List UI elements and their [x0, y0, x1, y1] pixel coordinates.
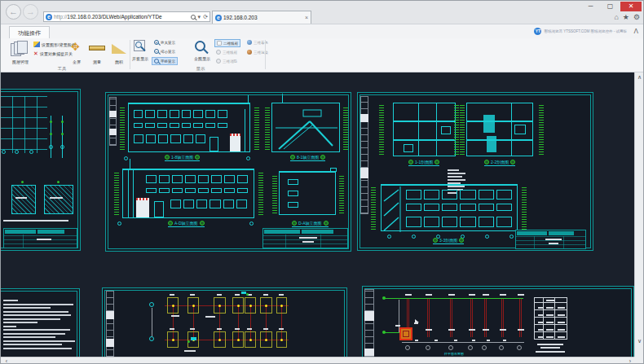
layer-manage-button[interactable]: 图层管理 — [4, 59, 37, 64]
vertical-scrollbar[interactable]: ∧ ∨ — [634, 72, 643, 357]
set-bg-color-button[interactable]: 设置图形/背景颜色 — [33, 42, 75, 47]
yt-logo: YT — [534, 28, 541, 35]
hidden-3d-label: 三维消隐 — [223, 59, 237, 64]
axis-bubble — [448, 345, 453, 350]
scrollbar-corner — [634, 357, 643, 364]
axis-bubble — [249, 221, 254, 226]
ribbon: 图层管理 设置图形/背景颜色 ✕ 设置对象捕捉开关 ✥ 全屏 测量 面积 工具 … — [1, 38, 643, 72]
close-button[interactable]: ✕ — [620, 2, 642, 11]
section-2 — [466, 103, 533, 156]
sheet-index-strip — [364, 289, 374, 357]
tab-close-icon[interactable]: × — [305, 15, 308, 20]
measure-button[interactable]: 测量 — [85, 59, 109, 64]
wireframe-3d-icon — [216, 50, 221, 55]
dim-stack — [539, 104, 544, 155]
zoom-out-label: 缩小显示 — [161, 50, 175, 54]
zoom-out-icon: − — [154, 49, 159, 54]
minimize-button[interactable]: ─ — [582, 2, 599, 11]
horizontal-scrollbar[interactable]: ‹ › — [1, 357, 636, 364]
home-icon[interactable]: ⌂ — [614, 12, 618, 22]
section-1 — [393, 103, 456, 156]
style-3d-hidden[interactable]: 三维消隐 — [214, 58, 239, 64]
render-3d-icon — [247, 50, 252, 55]
pile-cap — [232, 331, 244, 348]
scroll-right-icon[interactable]: › — [626, 357, 634, 364]
selected-mark — [187, 340, 190, 343]
column-line — [484, 299, 487, 337]
axis-bubble — [149, 336, 154, 341]
index-cell — [106, 311, 114, 319]
opening — [404, 144, 413, 152]
scroll-up-icon[interactable]: ∧ — [635, 73, 644, 81]
opening — [514, 125, 526, 134]
roof-mast — [282, 94, 283, 103]
stair-strip-line — [128, 170, 129, 218]
zoom-extents-button[interactable]: 全图显示 — [188, 56, 216, 61]
zoom-in-button[interactable]: + 放大显示 — [152, 39, 177, 46]
sheet-elevations: 1-8轴立面图 8-1轴立面图 — [105, 92, 351, 252]
column-line — [470, 299, 473, 337]
caption-elevation-2: 8-1轴立面图 — [290, 155, 325, 161]
ribbon-tab-function[interactable]: 功能操作 — [9, 26, 50, 39]
tools-group-label: 工具 — [33, 66, 90, 72]
roof-mast — [130, 159, 130, 170]
section-3 — [381, 184, 518, 231]
stair-core-fill — [483, 115, 495, 133]
browser-tab[interactable]: e 192.168.0.203 × — [212, 11, 311, 24]
column-line — [450, 299, 452, 337]
floor-slab — [467, 139, 532, 141]
scroll-left-icon[interactable]: ‹ — [2, 357, 11, 364]
dim-stack — [339, 174, 344, 213]
style-3d-render[interactable]: 三维渲染 — [245, 49, 270, 55]
dim-stack — [460, 104, 465, 155]
north-arrow — [415, 319, 419, 322]
scroll-down-icon[interactable]: ∨ — [635, 337, 644, 345]
settings-gear-icon[interactable]: ⚙ — [633, 12, 640, 22]
axis-bubble — [426, 345, 430, 350]
favorites-star-icon[interactable]: ★ — [623, 12, 629, 22]
window-zoom-button[interactable]: 开窗显示 — [128, 56, 152, 61]
search-icon[interactable] — [191, 15, 196, 20]
pile-cap — [276, 331, 287, 348]
elevation-1 — [128, 103, 250, 152]
pile-cap — [276, 297, 287, 314]
style-2d-wireframe[interactable]: 二维线框 — [214, 39, 240, 47]
ribbon-collapse-icon[interactable]: ᐱ — [634, 28, 638, 35]
dim-stack — [343, 106, 348, 150]
dim-stack — [371, 187, 376, 230]
zoom-extents-icon — [195, 41, 205, 51]
index-cell — [106, 339, 114, 347]
dim-mark — [21, 181, 24, 183]
trial-text: 图纸浏览器 YTSSOFT.COM 图纸浏览控件 - 试用版 — [544, 29, 627, 33]
parapet-detail — [330, 168, 337, 172]
caret-down-icon[interactable]: ▾ — [198, 14, 201, 20]
address-bar[interactable]: e http:// 192.168.0.203/DLWeb/Applicatio… — [43, 11, 210, 22]
title-bar: ← → e http:// 192.168.0.203/DLWeb/Applic… — [1, 1, 643, 24]
caption-section-1: 1-1剖面图 — [408, 160, 439, 166]
pile-cap — [260, 331, 272, 348]
shaded-3d-icon — [247, 40, 252, 45]
axis-bubble — [499, 345, 504, 350]
dim-line — [152, 308, 152, 336]
fullscreen-icon: ✥ — [71, 42, 80, 53]
dim-stack — [272, 174, 277, 213]
index-cell — [360, 168, 368, 178]
style-3d-wireframe[interactable]: 三维线框 — [214, 49, 239, 55]
pan-button[interactable]: 平移显示 — [152, 57, 178, 65]
pile-cap — [167, 297, 179, 314]
refresh-icon[interactable]: ⟳ — [203, 14, 208, 20]
style-3d-shaded[interactable]: 三维着色 — [245, 39, 270, 46]
index-cell — [109, 111, 117, 117]
zoom-out-button[interactable]: − 缩小显示 — [152, 48, 177, 55]
cad-canvas[interactable]: 1-8轴立面图 8-1轴立面图 — [1, 72, 636, 357]
floor-slab — [394, 139, 455, 141]
back-button[interactable]: ← — [6, 4, 21, 20]
dim-mark — [61, 133, 64, 135]
maximize-button[interactable]: ▢ — [602, 2, 619, 11]
pile-cap — [187, 297, 199, 314]
set-osnap-button[interactable]: ✕ 设置对象捕捉开关 — [33, 50, 73, 57]
pan-hand-icon — [154, 59, 159, 64]
stair-section — [271, 103, 340, 152]
sheet-sections: 1-1剖面图 2-2剖面图 — [357, 92, 593, 251]
forward-button[interactable]: → — [23, 4, 38, 20]
